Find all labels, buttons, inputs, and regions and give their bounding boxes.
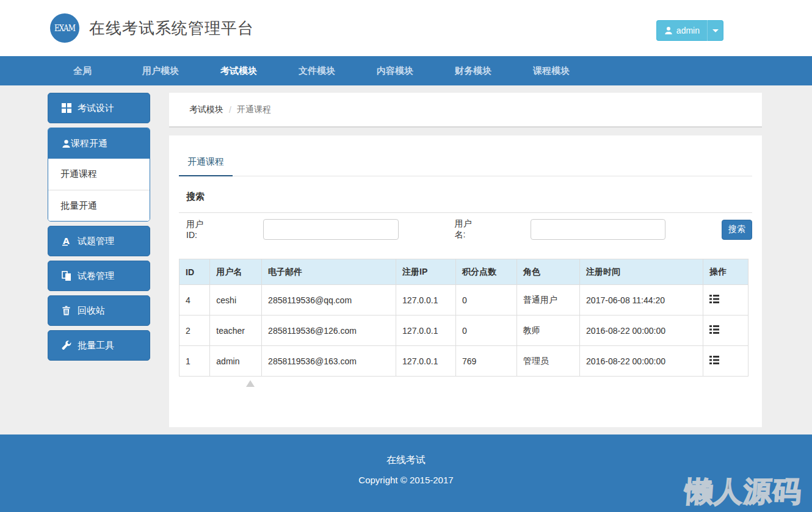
- table-cell: 127.0.0.1: [396, 346, 456, 377]
- search-form: 用户ID: 用户名: 搜索: [179, 219, 752, 240]
- column-header: 注册时间: [580, 259, 703, 285]
- top-header: EXAM 在线考试系统管理平台 admin: [0, 0, 812, 56]
- sidebar-item-question-management[interactable]: A 试题管理: [48, 226, 150, 256]
- operations-menu-icon[interactable]: [709, 325, 719, 334]
- sidebar-item-label: 回收站: [78, 305, 105, 317]
- nav-item-file-module[interactable]: 文件模块: [278, 56, 356, 85]
- table-cell: ceshi: [210, 285, 262, 315]
- table-cell: admin: [210, 346, 262, 377]
- table-cell: 2858119536@qq.com: [262, 285, 396, 315]
- tab-open-course[interactable]: 开通课程: [179, 149, 233, 176]
- sidebar-item-exam-design[interactable]: 考试设计: [48, 93, 150, 123]
- nav-item-user-module[interactable]: 用户模块: [121, 56, 200, 85]
- table-cell: 0: [455, 315, 517, 346]
- footer: 在线考试 Copyright © 2015-2017 懒人源码: [0, 434, 812, 512]
- operations-menu-icon[interactable]: [709, 356, 719, 364]
- module-navbar: 全局 用户模块 考试模块 文件模块 内容模块 财务模块 课程模块: [0, 56, 812, 85]
- column-header: 角色: [517, 259, 579, 285]
- breadcrumb: 考试模块 / 开通课程: [169, 93, 762, 128]
- table-row: 1admin2858119536@163.com127.0.0.1769管理员2…: [179, 346, 749, 377]
- operations-cell: [703, 285, 749, 315]
- user-table-body: 4ceshi2858119536@qq.com127.0.0.10普通用户201…: [179, 285, 749, 377]
- table-cell: 4: [179, 285, 210, 315]
- sidebar-subitem-open-course[interactable]: 开通课程: [48, 159, 150, 190]
- main-column: 考试模块 / 开通课程 开通课程 搜索 用户ID: 用户名: 搜索 ID用户名电…: [169, 93, 762, 434]
- table-cell: 教师: [517, 315, 579, 346]
- breadcrumb-current-page: 开通课程: [237, 104, 271, 115]
- chevron-down-icon: [712, 29, 719, 32]
- exam-logo: EXAM: [50, 13, 79, 43]
- watermark: 懒人源码: [684, 473, 803, 511]
- table-cell: 2017-06-08 11:44:20: [580, 285, 703, 315]
- sidebar-item-label: 课程开通: [71, 138, 107, 150]
- table-cell: 2016-08-22 00:00:00: [580, 315, 703, 346]
- table-cell: 127.0.0.1: [396, 315, 456, 346]
- sidebar-item-course-open[interactable]: 课程开通: [48, 128, 150, 159]
- table-cell: 2016-08-22 00:00:00: [580, 346, 703, 377]
- user-icon: [664, 26, 673, 35]
- username-input[interactable]: [531, 219, 666, 240]
- operations-cell: [703, 346, 749, 377]
- table-cell: 普通用户: [517, 285, 579, 315]
- table-header-row: ID用户名电子邮件注册IP积分点数角色注册时间操作: [179, 259, 749, 285]
- table-row: 2teacher2858119536@126.com127.0.0.10教师20…: [179, 315, 749, 346]
- sidebar-item-label: 考试设计: [78, 103, 114, 114]
- user-id-label: 用户ID:: [186, 219, 213, 240]
- breadcrumb-separator: /: [229, 105, 231, 115]
- username-label: 用户名:: [455, 218, 482, 240]
- footer-site-name: 在线考试: [0, 434, 812, 467]
- svg-text:A: A: [63, 236, 70, 246]
- table-cell: 2: [179, 315, 210, 346]
- letter-a-icon: A: [62, 236, 72, 246]
- table-cell: 管理员: [517, 346, 579, 377]
- sidebar-item-label: 试题管理: [78, 236, 114, 247]
- operations-cell: [703, 315, 749, 346]
- nav-item-exam-module[interactable]: 考试模块: [200, 56, 278, 85]
- operations-menu-icon[interactable]: [709, 295, 719, 303]
- column-header: 积分点数: [455, 259, 517, 285]
- nav-item-course-module[interactable]: 课程模块: [512, 56, 590, 85]
- user-button-label: admin: [676, 26, 700, 35]
- sidebar-item-batch-tools[interactable]: 批量工具: [48, 330, 150, 361]
- nav-item-finance-module[interactable]: 财务模块: [434, 56, 512, 85]
- nav-item-content-module[interactable]: 内容模块: [356, 56, 434, 85]
- table-row: 4ceshi2858119536@qq.com127.0.0.10普通用户201…: [179, 285, 749, 315]
- user-button[interactable]: admin: [656, 20, 707, 41]
- table-cell: 2858119536@163.com: [262, 346, 396, 377]
- table-cell: 0: [455, 285, 517, 315]
- table-cell: 1: [179, 346, 210, 377]
- sidebar-subitem-batch-open[interactable]: 批量开通: [48, 190, 150, 221]
- wrench-icon: [62, 341, 72, 350]
- column-header: 注册IP: [396, 259, 456, 285]
- user-id-input[interactable]: [263, 219, 399, 240]
- column-header: 用户名: [210, 259, 262, 285]
- sidebar-item-paper-management[interactable]: 试卷管理: [48, 261, 150, 291]
- column-header: ID: [179, 259, 210, 285]
- user-icon: [62, 139, 71, 148]
- table-cell: 769: [455, 346, 517, 377]
- search-section-heading: 搜索: [179, 176, 752, 213]
- sidebar: 考试设计 课程开通 开通课程 批量开通 A 试题管理 试卷管理: [48, 93, 150, 434]
- content-area: 考试设计 课程开通 开通课程 批量开通 A 试题管理 试卷管理: [0, 85, 812, 434]
- trash-icon: [62, 306, 72, 315]
- sidebar-item-label: 批量工具: [78, 340, 114, 352]
- breadcrumb-exam-module[interactable]: 考试模块: [189, 104, 223, 115]
- column-header: 电子邮件: [262, 259, 396, 285]
- page-title: 在线考试系统管理平台: [89, 18, 254, 39]
- user-table: ID用户名电子邮件注册IP积分点数角色注册时间操作 4ceshi28581195…: [179, 259, 749, 377]
- search-button[interactable]: 搜索: [722, 220, 752, 240]
- user-button-group: admin: [656, 20, 723, 41]
- nav-item-global[interactable]: 全局: [43, 56, 121, 85]
- sidebar-group-course-open: 课程开通 开通课程 批量开通: [48, 128, 150, 222]
- table-cell: teacher: [210, 315, 262, 346]
- column-header: 操作: [703, 259, 749, 285]
- sidebar-item-label: 试卷管理: [78, 270, 114, 282]
- copy-icon: [62, 271, 72, 281]
- table-cell: 127.0.0.1: [396, 285, 456, 315]
- sidebar-item-recycle-bin[interactable]: 回收站: [48, 295, 150, 326]
- main-panel: 开通课程 搜索 用户ID: 用户名: 搜索 ID用户名电子邮件注册IP积分点数角…: [169, 135, 762, 427]
- user-dropdown-toggle[interactable]: [707, 20, 723, 41]
- tab-bar: 开通课程: [179, 135, 752, 176]
- resize-handle-icon: [246, 380, 255, 387]
- grid-icon: [62, 103, 72, 113]
